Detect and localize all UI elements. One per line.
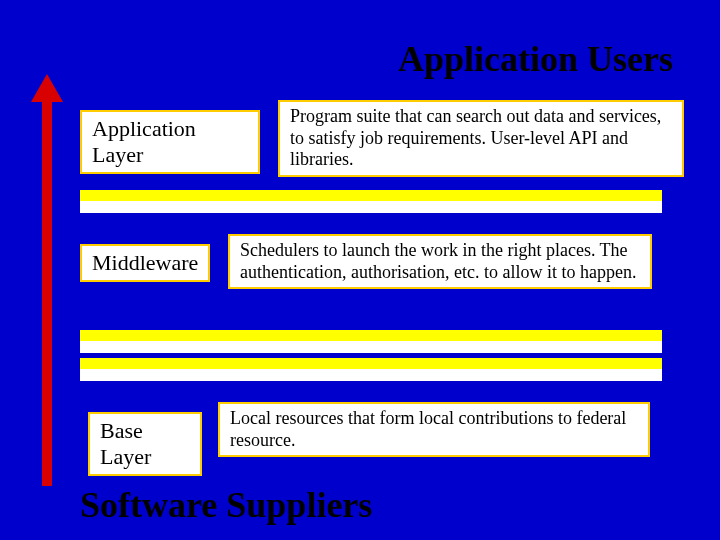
application-layer-box: Application Layer: [80, 110, 260, 174]
divider-bar: [80, 201, 662, 213]
application-layer-description: Program suite that can search out data a…: [278, 100, 684, 177]
middleware-layer-description: Schedulers to launch the work in the rig…: [228, 234, 652, 289]
base-layer-box: Base Layer: [88, 412, 202, 476]
arrow-shaft: [42, 92, 52, 486]
divider-bar: [80, 341, 662, 353]
page-title: Application Users: [398, 38, 673, 80]
arrow-head-icon: [31, 74, 63, 102]
footer-title: Software Suppliers: [80, 484, 372, 526]
divider-bar: [80, 369, 662, 381]
base-layer-description: Local resources that form local contribu…: [218, 402, 650, 457]
middleware-layer-box: Middleware: [80, 244, 210, 282]
